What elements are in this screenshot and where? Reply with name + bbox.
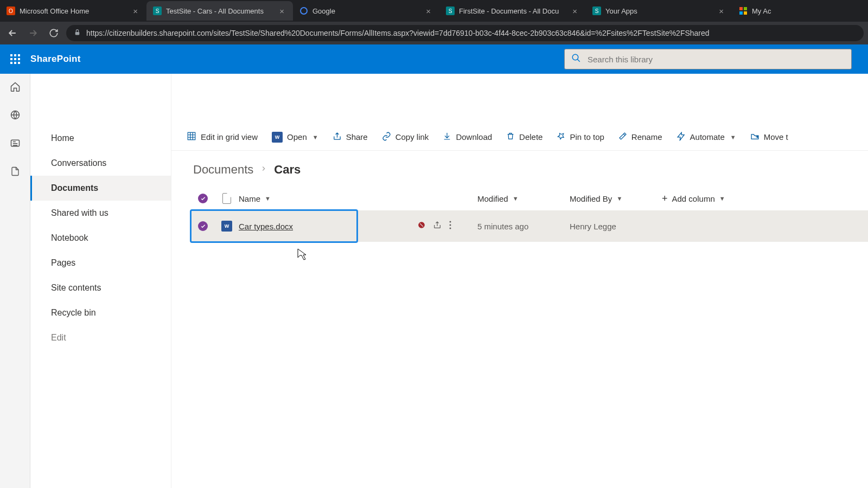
home-icon[interactable] [10, 81, 21, 94]
nav-conversations[interactable]: Conversations [30, 151, 171, 176]
svg-rect-3 [739, 11, 743, 15]
close-icon[interactable]: × [424, 5, 433, 17]
nav-shared[interactable]: Shared with us [30, 201, 171, 226]
header-label: Add column [672, 194, 715, 203]
close-icon[interactable]: × [570, 5, 579, 17]
reload-button[interactable] [46, 25, 62, 41]
browser-tab[interactable]: S TestSite - Cars - All Documents × [146, 1, 293, 21]
table-row[interactable]: W Car types.docx 5 minutes ago Henry Leg… [191, 210, 868, 242]
download-button[interactable]: Download [437, 129, 497, 145]
cmd-label: Download [456, 132, 492, 142]
share-icon[interactable] [433, 221, 442, 232]
chevron-down-icon: ▼ [312, 134, 318, 140]
modified-by-value[interactable]: Henry Legge [570, 222, 616, 231]
automate-icon [676, 132, 686, 143]
svg-point-11 [450, 221, 451, 223]
modified-value: 5 minutes ago [477, 222, 528, 231]
nav-pages[interactable]: Pages [30, 251, 171, 275]
open-button[interactable]: W Open ▼ [266, 129, 324, 146]
document-list: Name ▼ Modified ▼ Modified By ▼ + Add co… [171, 187, 868, 242]
chevron-down-icon: ▼ [513, 195, 519, 202]
browser-tab[interactable]: S FirstSite - Documents - All Docu × [439, 1, 586, 21]
nav-documents[interactable]: Documents [30, 176, 171, 201]
column-name[interactable]: Name ▼ [239, 194, 418, 203]
share-button[interactable]: Share [327, 129, 373, 146]
column-modified[interactable]: Modified ▼ [477, 194, 570, 203]
chevron-down-icon: ▼ [730, 134, 736, 140]
breadcrumb-current: Cars [274, 163, 301, 177]
close-icon[interactable]: × [131, 5, 140, 17]
delete-button[interactable]: Delete [501, 129, 548, 145]
chevron-down-icon: ▼ [265, 195, 271, 202]
cmd-label: Pin to top [570, 132, 604, 142]
url-field[interactable]: https://citizenbuilders.sharepoint.com/s… [66, 25, 864, 41]
nav-notebook[interactable]: Notebook [30, 226, 171, 251]
rename-icon [618, 132, 627, 142]
header-label: Modified [477, 194, 508, 203]
browser-tab[interactable]: S Your Apps × [586, 1, 732, 21]
close-icon[interactable]: × [277, 5, 286, 17]
search-icon [571, 53, 581, 65]
tab-label: Microsoft Office Home [20, 7, 89, 15]
app-launcher-icon[interactable] [0, 44, 30, 74]
news-icon[interactable] [10, 138, 21, 151]
suite-header: SharePoint [0, 44, 868, 74]
svg-rect-4 [744, 11, 747, 15]
svg-point-0 [301, 8, 307, 14]
url-text: https://citizenbuilders.sharepoint.com/s… [86, 29, 710, 37]
back-button[interactable] [4, 25, 21, 41]
cmd-label: Copy link [395, 132, 429, 142]
svg-point-13 [450, 228, 451, 229]
share-icon [333, 132, 342, 143]
select-all[interactable] [191, 194, 215, 203]
add-column-button[interactable]: + Add column ▼ [662, 193, 725, 204]
browser-address-bar: https://citizenbuilders.sharepoint.com/s… [0, 22, 868, 44]
nav-home[interactable]: Home [30, 126, 171, 151]
command-bar: Edit in grid view W Open ▼ Share Copy li… [171, 124, 868, 151]
sharepoint-icon: S [446, 7, 455, 15]
download-icon [443, 132, 451, 142]
copy-link-button[interactable]: Copy link [376, 129, 435, 146]
cmd-label: Delete [519, 132, 542, 142]
files-icon[interactable] [10, 166, 20, 179]
automate-button[interactable]: Automate ▼ [671, 129, 742, 146]
left-nav: Home Conversations Documents Shared with… [30, 74, 171, 488]
word-icon: W [272, 132, 283, 143]
suite-brand[interactable]: SharePoint [30, 54, 81, 65]
file-name-link[interactable]: Car types.docx [239, 222, 293, 231]
search-box[interactable] [564, 49, 852, 69]
browser-tab[interactable]: Google × [293, 1, 439, 21]
chevron-right-icon [260, 165, 267, 175]
breadcrumb-root[interactable]: Documents [193, 163, 253, 177]
app-rail [0, 74, 30, 488]
check-icon[interactable] [198, 221, 208, 231]
nav-edit[interactable]: Edit [30, 325, 171, 350]
column-type[interactable] [215, 193, 239, 204]
pin-icon [557, 132, 565, 142]
cmd-label: Rename [631, 132, 662, 142]
edit-grid-button[interactable]: Edit in grid view [181, 128, 263, 146]
svg-rect-5 [75, 32, 80, 35]
pin-button[interactable]: Pin to top [551, 129, 609, 145]
close-icon[interactable]: × [717, 5, 726, 17]
more-icon[interactable] [449, 221, 451, 232]
browser-tab[interactable]: O Microsoft Office Home × [0, 1, 146, 21]
tab-label: Google [312, 7, 335, 15]
globe-icon[interactable] [10, 110, 21, 123]
svg-rect-2 [744, 7, 747, 10]
nav-recycle-bin[interactable]: Recycle bin [30, 300, 171, 325]
forward-button[interactable] [25, 25, 41, 41]
link-icon [382, 132, 391, 143]
plus-icon: + [662, 193, 668, 204]
sharepoint-icon: S [153, 7, 162, 15]
browser-tab[interactable]: My Ac [732, 1, 777, 21]
rename-button[interactable]: Rename [613, 129, 668, 145]
cmd-label: Edit in grid view [201, 132, 258, 142]
cmd-label: Share [346, 132, 368, 142]
nav-site-contents[interactable]: Site contents [30, 275, 171, 300]
column-modified-by[interactable]: Modified By ▼ [570, 194, 662, 203]
move-button[interactable]: Move t [745, 129, 794, 146]
tab-label: FirstSite - Documents - All Docu [459, 7, 559, 15]
search-input[interactable] [588, 55, 845, 64]
chevron-down-icon: ▼ [616, 195, 622, 202]
